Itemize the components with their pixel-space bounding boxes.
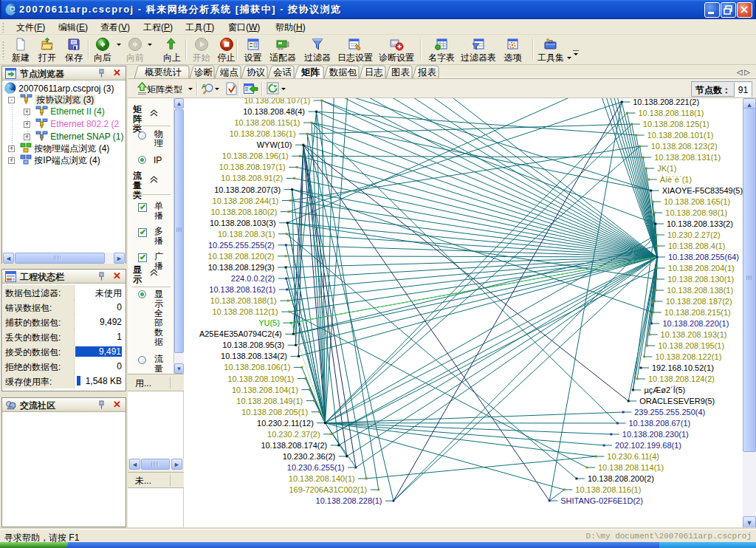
svg-text:10.138.208.101(1): 10.138.208.101(1) xyxy=(647,131,714,140)
svg-text:报表: 报表 xyxy=(417,67,437,78)
svg-text:10.138.208.115(1): 10.138.208.115(1) xyxy=(234,118,300,127)
svg-text:10.138.208.3(1): 10.138.208.3(1) xyxy=(218,230,275,239)
svg-text:JK(1): JK(1) xyxy=(657,164,676,173)
svg-text:10.138.208.116(1): 10.138.208.116(1) xyxy=(575,485,641,494)
svg-text:10.138.208.136(1): 10.138.208.136(1) xyxy=(230,129,296,138)
svg-text:10.138.208.221(2): 10.138.208.221(2) xyxy=(633,98,699,106)
svg-text:10.138.208.174(2): 10.138.208.174(2) xyxy=(261,441,327,450)
svg-text:10.138.208.200(2): 10.138.208.200(2) xyxy=(588,474,654,483)
svg-text:10.138.208.114(1): 10.138.208.114(1) xyxy=(598,463,664,472)
svg-text:10.138.208.180(2): 10.138.208.180(2) xyxy=(210,208,277,216)
svg-text:202.102.199.68(1): 202.102.199.68(1) xyxy=(615,441,681,450)
svg-text:10.138.208.129(3): 10.138.208.129(3) xyxy=(208,263,275,272)
svg-text:10.138.208.207(3): 10.138.208.207(3) xyxy=(214,185,281,194)
svg-text:10.255.255.255(2): 10.255.255.255(2) xyxy=(208,241,275,250)
svg-text:10.138.208.130(1): 10.138.208.130(1) xyxy=(667,275,734,284)
svg-text:10.138.208.196(1): 10.138.208.196(1) xyxy=(222,151,289,160)
svg-text:239.255.255.250(4): 239.255.255.250(4) xyxy=(634,408,705,417)
svg-text:10.138.208.112(1): 10.138.208.112(1) xyxy=(213,307,278,316)
svg-text:诊断: 诊断 xyxy=(194,67,213,78)
svg-text:10.138.208.4(1): 10.138.208.4(1) xyxy=(668,242,726,250)
svg-text:10.138.208.106(1): 10.138.208.106(1) xyxy=(224,363,290,371)
svg-text:10.138.208.205(1): 10.138.208.205(1) xyxy=(241,408,308,417)
svg-text:会话: 会话 xyxy=(273,67,292,78)
svg-text:ORACLESEVER9(5): ORACLESEVER9(5) xyxy=(639,397,715,405)
svg-text:10.138.208.98(1): 10.138.208.98(1) xyxy=(665,208,727,217)
svg-text:10.230.6.11(4): 10.230.6.11(4) xyxy=(607,452,659,461)
svg-text:10.138.208.120(2): 10.138.208.120(2) xyxy=(208,252,275,261)
svg-text:10.230.6.255(1): 10.230.6.255(1) xyxy=(287,463,345,472)
svg-text:10.230.2.36(2): 10.230.2.36(2) xyxy=(283,452,336,461)
svg-text:10.138.208.118(1): 10.138.208.118(1) xyxy=(638,109,704,117)
svg-text:10.138.208.125(1): 10.138.208.125(1) xyxy=(643,120,709,129)
svg-text:10.138.208.220(1): 10.138.208.220(1) xyxy=(662,319,729,328)
svg-text:协议: 协议 xyxy=(247,67,266,78)
svg-text:SHITANG-02F6E1D(2): SHITANG-02F6E1D(2) xyxy=(560,496,643,505)
svg-text:WYW(10): WYW(10) xyxy=(257,140,292,149)
svg-text:10.138.208.165(1): 10.138.208.165(1) xyxy=(664,197,730,206)
svg-text:10.230.2.27(2): 10.230.2.27(2) xyxy=(667,230,721,239)
svg-text:µçÆø2´Î(5): µçÆø2´Î(5) xyxy=(644,386,685,394)
svg-text:10.138.208.228(1): 10.138.208.228(1) xyxy=(316,496,382,505)
svg-text:10.138.208.187(2): 10.138.208.187(2) xyxy=(666,297,732,306)
svg-text:10.138.208.255(64): 10.138.208.255(64) xyxy=(668,253,739,261)
svg-text:10.138.208.123(2): 10.138.208.123(2) xyxy=(651,142,718,151)
svg-text:192.168.10.52(1): 192.168.10.52(1) xyxy=(652,363,714,372)
svg-text:10.138.208.197(1): 10.138.208.197(1) xyxy=(219,162,286,171)
svg-text:10.138.208.230(1): 10.138.208.230(1) xyxy=(622,430,689,439)
svg-text:Àíè´è´(1): Àíè´è´(1) xyxy=(660,175,692,184)
svg-text:10.138.208.162(1): 10.138.208.162(1) xyxy=(209,285,275,294)
svg-text:10.138.208.133(2): 10.138.208.133(2) xyxy=(667,219,733,228)
svg-text:10.138.208.67(1): 10.138.208.67(1) xyxy=(628,419,690,428)
svg-text:10.138.208.134(2): 10.138.208.134(2) xyxy=(221,352,287,360)
svg-text:10.138.208.204(1): 10.138.208.204(1) xyxy=(668,264,735,273)
svg-text:10.138.208.104(1): 10.138.208.104(1) xyxy=(232,386,298,394)
svg-text:10.138.208.124(2): 10.138.208.124(2) xyxy=(648,374,715,383)
svg-text:224.0.0.2(2): 224.0.0.2(2) xyxy=(231,274,275,283)
svg-text:矩阵: 矩阵 xyxy=(300,66,320,78)
svg-text:XIAOYE-F5C83549(5): XIAOYE-F5C83549(5) xyxy=(662,186,743,195)
svg-text:数据包: 数据包 xyxy=(329,67,357,78)
svg-text:10.138.208.138(1): 10.138.208.138(1) xyxy=(667,286,733,295)
svg-text:概要统计: 概要统计 xyxy=(145,67,182,78)
svg-text:10.138.208.140(1): 10.138.208.140(1) xyxy=(289,474,355,483)
svg-text:10.138.208.122(1): 10.138.208.122(1) xyxy=(655,352,721,361)
svg-text:10.138.208.195(1): 10.138.208.195(1) xyxy=(658,341,724,350)
svg-text:10.138.208.103(3): 10.138.208.103(3) xyxy=(210,219,276,227)
svg-text:10.138.208.109(1): 10.138.208.109(1) xyxy=(227,374,294,383)
svg-text:10.138.208.95(3): 10.138.208.95(3) xyxy=(222,340,284,349)
svg-text:169-7206A31C002(1): 169-7206A31C002(1) xyxy=(289,485,367,494)
svg-text:端点: 端点 xyxy=(220,67,238,78)
svg-text:10.138.208.149(1): 10.138.208.149(1) xyxy=(236,397,303,405)
svg-text:10.230.2.11(12): 10.230.2.11(12) xyxy=(257,419,314,428)
svg-text:10.138.208.131(1): 10.138.208.131(1) xyxy=(654,153,721,162)
svg-text:图表: 图表 xyxy=(391,67,410,78)
svg-text:YU(5): YU(5) xyxy=(258,318,280,327)
svg-text:A25E4E35A0794C2(4): A25E4E35A0794C2(4) xyxy=(199,329,282,338)
svg-text:10.138.208.215(1): 10.138.208.215(1) xyxy=(664,308,731,317)
svg-text:10.138.208.48(4): 10.138.208.48(4) xyxy=(243,107,305,116)
svg-text:10.138.208.244(1): 10.138.208.244(1) xyxy=(213,196,279,205)
svg-text:10.230.2.37(2): 10.230.2.37(2) xyxy=(267,430,320,439)
svg-text:10.138.208.107(1): 10.138.208.107(1) xyxy=(244,98,310,105)
svg-text:10.138.208.91(2): 10.138.208.91(2) xyxy=(221,174,283,182)
svg-text:10.138.208.188(1): 10.138.208.188(1) xyxy=(210,296,277,305)
svg-text:日志: 日志 xyxy=(365,67,383,78)
svg-text:10.138.208.193(1): 10.138.208.193(1) xyxy=(661,330,727,339)
